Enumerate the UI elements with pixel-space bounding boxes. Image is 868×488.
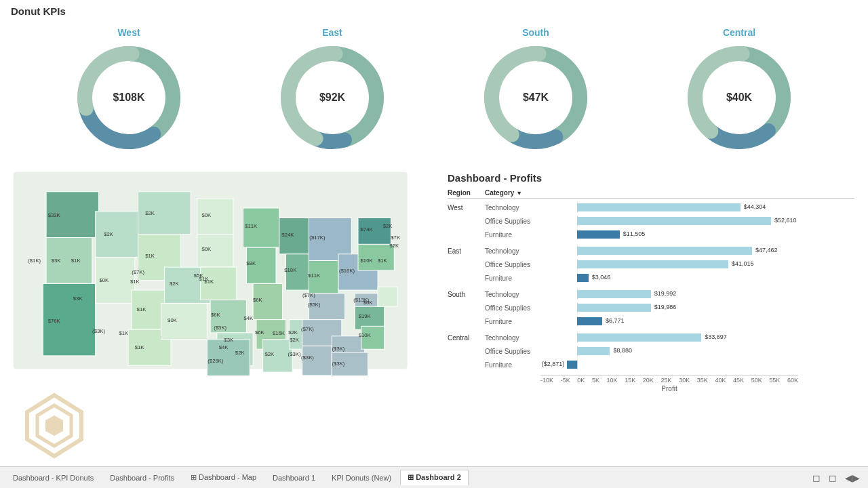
header-category: Category ▼ [485, 189, 540, 197]
tab-1[interactable]: Dashboard - Profits [102, 470, 182, 485]
tab-ctrl-0[interactable]: ◻ [810, 471, 823, 485]
header-region: Region [448, 189, 485, 197]
bar-value-label-0: $44,304 [744, 203, 766, 210]
chart-title: Dashboard - Profits [448, 172, 854, 184]
bar-10 [577, 347, 610, 355]
bar-category-2: Furniture [485, 231, 540, 239]
x-tick-13: 55K [769, 377, 780, 384]
x-axis-label: Profit [540, 385, 798, 392]
svg-text:$16K: $16K [273, 330, 285, 336]
tab-bar: Dashboard - KPI DonutsDashboard - Profit… [0, 466, 868, 488]
bar-3 [577, 247, 752, 255]
tab-ctrl-1[interactable]: ◻ [826, 471, 840, 485]
svg-rect-43 [378, 287, 397, 306]
bar-region-3: East [448, 247, 485, 255]
x-tick-14: 60K [787, 377, 798, 384]
svg-text:($26K): ($26K) [208, 358, 224, 364]
donut-west: West$108K [75, 27, 183, 152]
chart-header-row: RegionCategory ▼ [448, 189, 854, 199]
svg-text:($5K): ($5K) [308, 302, 321, 308]
bar-row-7: Office Supplies$19,986 [448, 302, 854, 314]
svg-text:$2K: $2K [264, 351, 275, 357]
x-tick-0: -10K [540, 377, 553, 384]
svg-text:$19K: $19K [359, 313, 372, 319]
donut-south: South$47K [481, 27, 590, 152]
bar-row-8: Furniture$6,771 [448, 315, 854, 327]
svg-text:$76K: $76K [48, 318, 61, 324]
bar-category-9: Technology [485, 334, 540, 342]
donut-wrapper-1: $92K [278, 43, 387, 152]
page-title: Donut KPIs [11, 5, 66, 17]
bar-category-4: Office Supplies [485, 261, 540, 268]
x-tick-1: -5K [561, 377, 570, 384]
donut-title-2: South [522, 27, 549, 38]
svg-text:$10K: $10K [361, 258, 374, 264]
tab-0[interactable]: Dashboard - KPI Donuts [5, 470, 101, 485]
bar-value-label-10: $8,880 [613, 347, 632, 354]
bar-category-7: Office Supplies [485, 304, 540, 312]
donut-value-2: $47K [523, 92, 549, 104]
svg-text:$24K: $24K [281, 232, 294, 238]
bar-track-3: $47,462 [540, 246, 854, 256]
zero-line [577, 360, 578, 369]
svg-text:($3K): ($3K) [332, 361, 345, 367]
bar-1 [577, 217, 771, 225]
chart-area: Dashboard - Profits RegionCategory ▼West… [434, 165, 868, 466]
x-axis: -10K-5K0K5K10K15K20K25K30K35K40K45K50K55… [540, 375, 798, 384]
svg-text:$0K: $0K [201, 246, 212, 252]
svg-text:($16K): ($16K) [339, 268, 355, 274]
bar-track-7: $19,986 [540, 303, 854, 312]
svg-text:($1K): ($1K) [28, 258, 41, 264]
bar-track-1: $52,610 [540, 216, 854, 226]
svg-text:$1K: $1K [137, 306, 147, 312]
donut-central: Central$40K [685, 27, 793, 152]
svg-text:$0K: $0K [167, 317, 178, 323]
bar-row-0: WestTechnology$44,304 [448, 201, 854, 214]
svg-text:($7K): ($7K) [132, 269, 144, 275]
bar-category-6: Technology [485, 291, 540, 298]
bar-7 [577, 304, 650, 312]
bar-category-1: Office Supplies [485, 218, 540, 225]
x-tick-8: 30K [679, 377, 690, 384]
donut-title-0: West [117, 27, 140, 38]
svg-marker-107 [45, 415, 63, 436]
tab-4[interactable]: KPI Donuts (New) [324, 470, 399, 485]
tab-5[interactable]: ⊞ Dashboard 2 [400, 470, 469, 485]
bar-value-label-1: $52,610 [774, 217, 797, 224]
bar-region-9: Central [448, 334, 485, 342]
bar-value-label-8: $6,771 [606, 317, 625, 324]
bar-row-9: CentralTechnology$33,697 [448, 331, 854, 344]
tab-ctrl-2[interactable]: ◀▶ [842, 471, 863, 485]
svg-text:$11K: $11K [308, 272, 321, 279]
tab-2[interactable]: ⊞ Dashboard - Map [183, 470, 264, 485]
svg-text:$1K: $1K [135, 344, 145, 350]
x-tick-5: 15K [625, 377, 635, 384]
bar-row-4: Office Supplies$41,015 [448, 258, 854, 270]
svg-text:$1K: $1K [378, 258, 388, 264]
logo-overlay [20, 392, 88, 460]
svg-text:($13K): ($13K) [353, 297, 370, 303]
main-content: West$108KEast$92KSouth$47KCentral$40K $3… [0, 20, 868, 466]
x-tick-11: 45K [733, 377, 744, 384]
bar-track-4: $41,015 [540, 260, 854, 269]
svg-text:$10K: $10K [359, 332, 372, 338]
svg-text:($3K): ($3K) [92, 328, 105, 334]
bar-track-8: $6,771 [540, 317, 854, 326]
bar-value-label-7: $19,986 [654, 304, 677, 310]
bar-category-11: Furniture [485, 361, 540, 369]
svg-text:$1K: $1K [130, 279, 140, 285]
bar-track-11: ($2,871) [540, 360, 854, 369]
svg-text:$11K: $11K [245, 223, 258, 229]
svg-text:$6K: $6K [211, 312, 221, 318]
tab-3[interactable]: Dashboard 1 [265, 470, 323, 485]
svg-text:$7K: $7K [391, 235, 401, 241]
bar-row-11: Furniture($2,871) [448, 359, 854, 371]
svg-text:$2K: $2K [288, 329, 298, 336]
donut-value-3: $40K [726, 92, 752, 104]
svg-text:($3K): ($3K) [288, 351, 301, 357]
svg-text:$2K: $2K [290, 337, 300, 343]
svg-text:$3K: $3K [73, 296, 83, 302]
bar-category-10: Office Supplies [485, 348, 540, 355]
svg-text:($3K): ($3K) [301, 354, 314, 361]
bar-0 [577, 203, 741, 211]
